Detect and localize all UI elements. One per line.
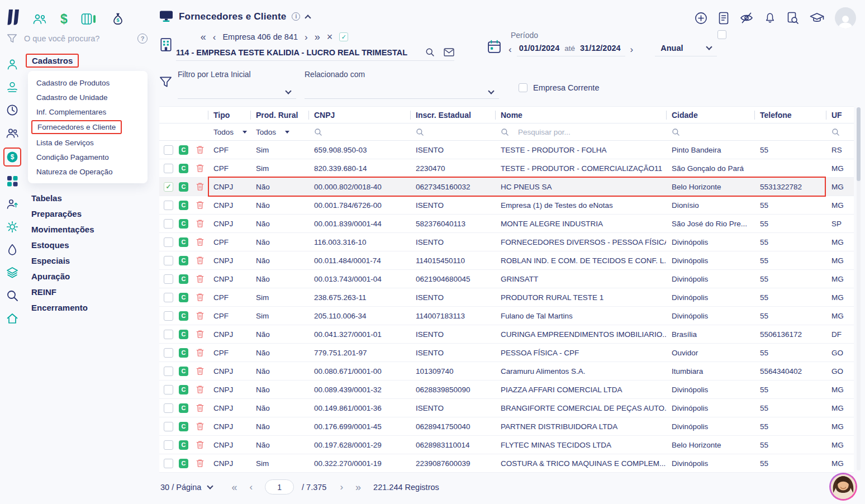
letter-filter-select[interactable] <box>178 86 296 99</box>
row-checkbox[interactable] <box>164 440 173 450</box>
period-mode-select[interactable]: Anual <box>655 42 716 56</box>
period-end-date[interactable]: 31/12/2024 <box>580 44 621 53</box>
table-row[interactable]: C CPF Sim 659.908.950-03 ISENTO TESTE - … <box>159 141 854 159</box>
company-last-button[interactable]: » <box>315 32 320 42</box>
delete-icon[interactable] <box>196 348 204 357</box>
hide-values-icon[interactable] <box>740 12 753 24</box>
client-badge[interactable]: C <box>179 459 188 468</box>
file-search-icon[interactable] <box>787 12 799 25</box>
scrollbar-thumb[interactable] <box>857 107 861 181</box>
sidebar-item-especiais[interactable]: Especiais <box>26 253 151 268</box>
table-row[interactable]: C CNPJ Não 00.001.784/6726-00 ISENTO Emp… <box>159 196 854 215</box>
client-badge[interactable]: C <box>179 182 188 192</box>
rail-clock-icon[interactable] <box>3 102 21 118</box>
delete-icon[interactable] <box>196 403 204 412</box>
pagination-last-button[interactable]: » <box>355 482 361 492</box>
period-next-button[interactable]: › <box>630 45 634 54</box>
ie-filter[interactable] <box>410 123 495 140</box>
delete-icon[interactable] <box>196 293 204 302</box>
period-start-date[interactable]: 01/01/2024 <box>519 44 560 53</box>
sidebar-item-cadastros[interactable]: Cadastros <box>26 54 79 68</box>
row-checkbox[interactable] <box>164 201 173 210</box>
client-badge[interactable]: C <box>179 219 188 229</box>
client-badge[interactable]: C <box>179 403 188 413</box>
help-icon[interactable]: ? <box>137 34 148 44</box>
sidebar-item-tabelas[interactable]: Tabelas <box>26 190 151 206</box>
row-checkbox[interactable] <box>164 403 173 413</box>
company-pager-checkbox[interactable]: ✓ <box>339 32 348 41</box>
column-header-prod-rural[interactable]: Prod. Rural <box>250 107 308 123</box>
table-row[interactable]: C CPF Sim 238.675.263-11 ISENTO PRODUTOR… <box>159 288 854 307</box>
sidebar-subitem-natureza-de-opera-o[interactable]: Natureza de Operação <box>28 164 148 179</box>
row-checkbox[interactable] <box>164 274 173 284</box>
table-row[interactable]: C CPF Não 116.003.316-10 ISENTO FORNECED… <box>159 233 854 251</box>
delete-icon[interactable] <box>196 182 204 191</box>
sidebar-item-prepara-es[interactable]: Preparações <box>26 206 151 221</box>
app-logo[interactable] <box>6 8 26 27</box>
cnpj-filter[interactable] <box>308 123 410 140</box>
rail-search-icon[interactable] <box>3 287 21 304</box>
table-row[interactable]: C CNPJ Sim 00.322.270/0001-19 2239087600… <box>159 454 854 473</box>
row-checkbox[interactable] <box>164 459 173 468</box>
delete-icon[interactable] <box>196 201 204 210</box>
rail-person-up-icon[interactable] <box>3 196 21 212</box>
table-row[interactable]: C CPF Não 779.751.201-97 ISENTO PESSOA F… <box>159 344 854 362</box>
client-badge[interactable]: C <box>179 256 188 265</box>
column-header-telefone[interactable]: Telefone <box>754 107 826 123</box>
sidebar-item-reinf[interactable]: REINF <box>26 284 151 299</box>
row-checkbox[interactable] <box>164 237 173 247</box>
table-row[interactable]: C CPF Sim 820.339.680-14 2230470 TESTE -… <box>159 159 854 178</box>
company-next-button[interactable]: › <box>305 32 308 42</box>
column-header-nome[interactable]: Nome <box>495 107 666 123</box>
company-first-button[interactable]: « <box>201 32 206 42</box>
delete-icon[interactable] <box>196 422 204 431</box>
sidebar-subitem-cadastro-de-unidade[interactable]: Cadastro de Unidade <box>28 90 148 104</box>
row-checkbox[interactable] <box>164 385 173 394</box>
sidebar-subitem-cadastro-de-produtos[interactable]: Cadastro de Produtos <box>28 75 148 90</box>
per-page-select[interactable]: 30 / Página <box>160 483 212 492</box>
delete-icon[interactable] <box>196 256 204 265</box>
table-row[interactable]: C CNPJ Não 00.197.628/0001-29 0628983110… <box>159 436 854 454</box>
sidebar-subitem-condi-o-pagamento[interactable]: Condição Pagamento <box>28 150 148 164</box>
row-checkbox[interactable] <box>164 256 173 265</box>
sidebar-subitem-fornecedores-e-cliente[interactable]: Fornecedores e Cliente <box>31 120 122 134</box>
rail-home-icon[interactable] <box>3 310 21 327</box>
company-close-button[interactable]: × <box>327 32 333 42</box>
company-prev-button[interactable]: ‹ <box>213 32 216 42</box>
row-checkbox[interactable]: ✓ <box>164 182 173 192</box>
support-avatar[interactable] <box>829 473 857 501</box>
team-icon[interactable] <box>32 13 47 25</box>
period-date-range[interactable]: 01/01/2024 até 31/12/2024 <box>517 42 625 56</box>
client-badge[interactable]: C <box>179 164 188 173</box>
pagination-prev-button[interactable]: ‹ <box>249 482 253 492</box>
sidebar-subitem-inf-complementares[interactable]: Inf. Complementares <box>28 104 148 119</box>
user-avatar[interactable] <box>835 7 856 28</box>
row-checkbox[interactable] <box>164 164 173 173</box>
rail-person-icon[interactable] <box>3 56 21 73</box>
graduation-cap-icon[interactable] <box>810 12 824 24</box>
delete-icon[interactable] <box>196 330 204 339</box>
delete-icon[interactable] <box>196 440 204 449</box>
period-checkbox[interactable] <box>717 30 726 39</box>
client-badge[interactable]: C <box>179 237 188 247</box>
period-prev-button[interactable]: ‹ <box>508 45 512 54</box>
notifications-icon[interactable] <box>764 12 776 25</box>
client-badge[interactable]: C <box>179 293 188 302</box>
client-badge[interactable]: C <box>179 274 188 284</box>
table-row[interactable]: C CNPJ Não 00.089.439/0001-32 0628839850… <box>159 381 854 399</box>
kanban-icon[interactable] <box>81 13 98 25</box>
company-mail-icon[interactable] <box>444 48 454 56</box>
delete-icon[interactable] <box>196 164 204 173</box>
table-row[interactable]: C CNPJ Não 00.041.327/0001-01 ISENTO CUR… <box>159 325 854 344</box>
client-badge[interactable]: C <box>179 385 188 394</box>
client-badge[interactable]: C <box>179 422 188 431</box>
rail-dollar-icon[interactable]: $ <box>3 148 21 167</box>
row-checkbox[interactable] <box>164 422 173 431</box>
rail-layers-icon[interactable] <box>3 264 21 281</box>
pagination-next-button[interactable]: › <box>340 482 343 492</box>
delete-icon[interactable] <box>196 367 204 375</box>
rural-filter-select[interactable]: Todos <box>250 123 308 140</box>
delete-icon[interactable] <box>196 219 204 228</box>
row-checkbox[interactable] <box>164 348 173 358</box>
table-row[interactable]: C CPF Sim 205.110.006-34 114007183113 Fu… <box>159 307 854 325</box>
